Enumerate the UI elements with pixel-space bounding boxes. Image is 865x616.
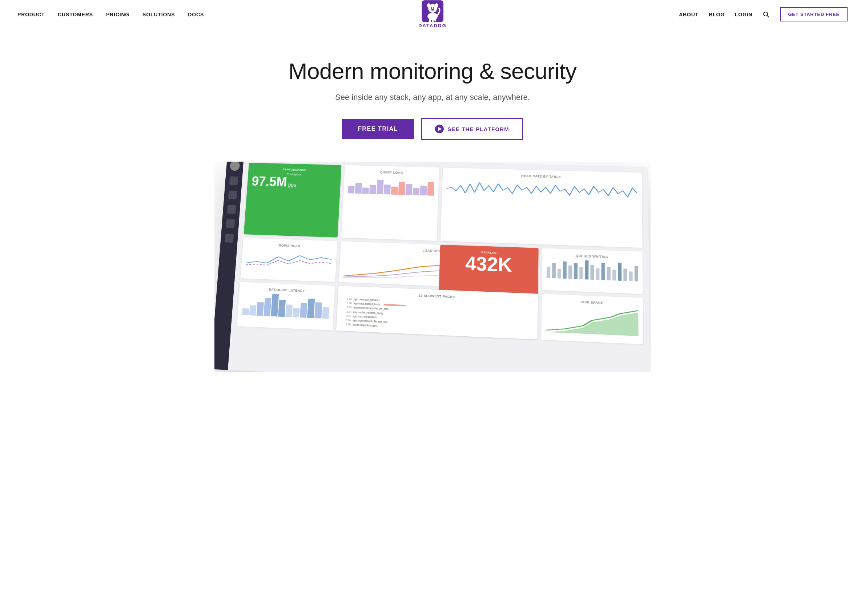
svg-rect-12 xyxy=(434,19,436,21)
slowest-pages-list: 4.6Kapp.resource_services... 3.8Kapp.tra… xyxy=(340,297,533,335)
svg-rect-35 xyxy=(579,267,583,279)
sidebar-icon-2 xyxy=(228,191,237,200)
read-rate-chart xyxy=(446,178,638,201)
read-rate-card: Read rate by table xyxy=(441,168,643,248)
see-platform-button[interactable]: SEE THE PLATFORM xyxy=(421,118,523,140)
navbar: PRODUCT CUSTOMERS PRICING SOLUTIONS DOCS xyxy=(0,0,865,29)
rows-read-card: Rows read xyxy=(241,238,337,282)
svg-rect-34 xyxy=(574,263,577,279)
svg-rect-10 xyxy=(429,19,431,22)
rows-read-chart xyxy=(246,248,332,270)
svg-rect-37 xyxy=(590,265,594,280)
svg-rect-33 xyxy=(568,266,572,279)
dashboard-main: Performance Throughput 97.5M pps Query l… xyxy=(231,162,650,351)
db-latency-card: Database latency xyxy=(237,282,335,331)
see-platform-label: SEE THE PLATFORM xyxy=(447,126,509,132)
svg-point-7 xyxy=(433,7,434,9)
disk-chart xyxy=(546,305,638,336)
backlog-number: 432K xyxy=(444,253,534,276)
hero-section: Modern monitoring & security See inside … xyxy=(0,29,865,372)
nav-blog[interactable]: BLOG xyxy=(709,12,725,17)
hero-buttons: FREE TRIAL SEE THE PLATFORM xyxy=(7,118,858,140)
nav-solutions[interactable]: SOLUTIONS xyxy=(142,12,175,17)
svg-rect-11 xyxy=(432,19,433,22)
get-started-button[interactable]: GET STARTED FREE xyxy=(780,7,848,21)
logo[interactable]: DATADOG xyxy=(418,0,446,28)
sidebar-avatar xyxy=(230,162,240,171)
dashboard-frame: Performance Throughput 97.5M pps Query l… xyxy=(214,162,650,372)
logo-text: DATADOG xyxy=(418,23,446,28)
rows-read-title: Rows read xyxy=(247,243,332,249)
queues-title: Queues waiting xyxy=(547,253,638,260)
nav-login[interactable]: LOGIN xyxy=(735,12,753,17)
query-load-title: Query load xyxy=(348,170,435,175)
svg-rect-44 xyxy=(629,272,632,281)
svg-rect-38 xyxy=(596,269,599,280)
free-trial-button[interactable]: FREE TRIAL xyxy=(342,119,414,139)
big-number-value: 97.5M xyxy=(252,175,287,189)
nav-docs[interactable]: DOCS xyxy=(188,12,204,17)
query-load-card: Query load xyxy=(341,165,439,241)
nav-right: ABOUT BLOG LOGIN GET STARTED FREE xyxy=(679,7,848,21)
svg-rect-45 xyxy=(634,266,638,281)
svg-rect-29 xyxy=(546,267,550,278)
svg-rect-39 xyxy=(601,263,605,280)
svg-point-6 xyxy=(431,7,432,9)
play-triangle xyxy=(438,127,441,131)
hero-title: Modern monitoring & security xyxy=(7,58,858,84)
queues-card: Queues waiting xyxy=(542,248,643,294)
svg-rect-41 xyxy=(612,270,616,281)
svg-point-8 xyxy=(431,9,434,11)
search-icon[interactable] xyxy=(763,11,770,18)
nav-about[interactable]: ABOUT xyxy=(679,12,698,17)
svg-rect-43 xyxy=(623,269,627,281)
svg-rect-36 xyxy=(585,261,588,280)
queues-chart xyxy=(546,259,638,281)
nav-customers[interactable]: CUSTOMERS xyxy=(58,12,93,17)
disk-space-card: Disk space xyxy=(541,294,643,344)
sidebar-icon-3 xyxy=(227,205,236,214)
hero-subtitle: See inside any stack, any app, at any sc… xyxy=(7,93,858,102)
performance-number: 97.5M pps xyxy=(252,175,337,190)
sidebar-icon-1 xyxy=(229,176,238,185)
slowest-pages-card: 10 Slowest Pages 4.6Kapp.resource_servic… xyxy=(336,286,537,339)
query-load-chart xyxy=(347,175,434,196)
svg-rect-30 xyxy=(552,263,555,278)
svg-rect-31 xyxy=(557,269,561,278)
dashboard-preview: Performance Throughput 97.5M pps Query l… xyxy=(214,162,651,372)
svg-rect-40 xyxy=(607,267,610,280)
pps-label: pps xyxy=(288,182,296,187)
sidebar-icon-4 xyxy=(226,219,235,228)
svg-rect-32 xyxy=(562,261,566,279)
datadog-logo-icon xyxy=(422,0,443,22)
sidebar-icon-5 xyxy=(225,234,234,243)
nav-left: PRODUCT CUSTOMERS PRICING SOLUTIONS DOCS xyxy=(17,12,204,17)
svg-rect-42 xyxy=(618,262,621,281)
play-icon xyxy=(435,124,444,133)
nav-pricing[interactable]: PRICING xyxy=(106,12,129,17)
db-latency-chart xyxy=(242,293,330,319)
performance-card: Performance Throughput 97.5M pps xyxy=(244,163,341,237)
nav-product[interactable]: PRODUCT xyxy=(17,12,45,17)
